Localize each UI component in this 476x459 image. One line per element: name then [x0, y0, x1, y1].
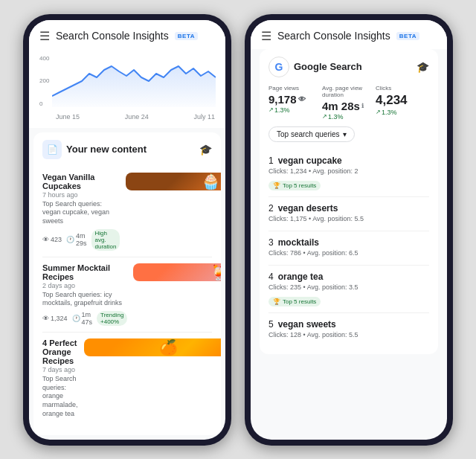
- right-screen: ☰ Search Console Insights BETA G Google …: [251, 20, 447, 440]
- left-header: ☰ Search Console Insights BETA: [29, 20, 225, 49]
- right-grad-cap-icon[interactable]: 🎓: [416, 61, 429, 73]
- query-stats-3: Clicks: 786 • Avg. position: 6.5: [268, 249, 429, 257]
- card-text-1: Vegan Vanilla Cupcakes 7 hours ago Top S…: [42, 173, 120, 251]
- content-card-3[interactable]: 4 Perfect Orange Recipes 7 days ago Top …: [42, 333, 212, 427]
- card-queries-1: Top Search queries: vegan cupcake, vegan…: [42, 200, 120, 226]
- card-title-3: 4 Perfect Orange Recipes: [42, 338, 78, 365]
- dropdown-label: Top search queries: [277, 130, 340, 138]
- query-stats-4: Clicks: 235 • Avg. position: 3.5: [268, 283, 429, 291]
- clicks-value: 4,234: [376, 93, 429, 108]
- duration-info-icon: ℹ: [361, 103, 364, 109]
- query-rank-3: 3: [268, 237, 274, 248]
- query-item-4[interactable]: 4 orange tea Clicks: 235 • Avg. position…: [268, 266, 429, 313]
- chart-y-200: 200: [39, 77, 49, 84]
- clicks-up-arrow: ↗: [376, 109, 381, 115]
- card-queries-2: Top Search queries: icy mocktails, grape…: [42, 291, 127, 308]
- clock-icon-1: 🕐: [66, 236, 74, 243]
- page-views-value: 9,178 👁: [268, 93, 322, 106]
- top-queries-dropdown[interactable]: Top search queries ▾: [268, 126, 355, 142]
- clock-icon-2: 🕐: [72, 315, 80, 322]
- query-stats-2: Clicks: 1,175 • Avg. position: 5.5: [268, 215, 429, 222]
- card-title-1: Vegan Vanilla Cupcakes: [42, 173, 120, 190]
- right-beta-badge: BETA: [396, 32, 419, 40]
- google-section: G Google Search 🎓 Page views 9,178 👁: [260, 49, 438, 354]
- google-logo-area: G Google Search: [268, 57, 362, 77]
- card-stats-2: 👁 1,324 🕐 1m 47s Trending +400%: [42, 311, 127, 326]
- grad-cap-icon[interactable]: 🎓: [199, 144, 212, 155]
- section-header-left: 📄 Your new content: [42, 140, 147, 159]
- page-views-metric: Page views 9,178 👁 ↗ 1.3%: [268, 85, 322, 121]
- chevron-down-icon: ▾: [343, 130, 347, 138]
- card-text-2: Summer Mocktail Recipes 2 days ago Top S…: [42, 263, 127, 326]
- google-search-title: Google Search: [294, 61, 362, 72]
- card-stats-1: 👁 423 🕐 4m 29s High avg. duration: [42, 229, 120, 251]
- duration-up-arrow: ↗: [322, 113, 327, 120]
- card-queries-3: Top Search queries: orange marmalade, or…: [42, 375, 78, 418]
- content-card-1[interactable]: Vegan Vanilla Cupcakes 7 hours ago Top S…: [42, 167, 212, 257]
- page-views-change: ↗ 1.3%: [268, 106, 322, 114]
- chart-x-axis: June 15 June 24 July 11: [39, 113, 215, 121]
- clicks-metric: Clicks 4,234 ↗ 1.3%: [376, 85, 429, 121]
- query-stats-5: Clicks: 128 • Avg. position: 5.5: [268, 331, 429, 338]
- chart-x-july11: July 11: [193, 113, 215, 121]
- google-g-logo: G: [268, 57, 289, 77]
- card-text-3: 4 Perfect Orange Recipes 7 days ago Top …: [42, 338, 78, 421]
- query-item-1[interactable]: 1 vegan cupcake Clicks: 1,234 • Avg. pos…: [268, 150, 429, 197]
- query-rank-4: 4: [268, 272, 274, 282]
- query-rank-1: 1: [268, 155, 274, 166]
- new-content-title: Your new content: [66, 144, 147, 155]
- query-stats-1: Clicks: 1,234 • Avg. position: 2: [268, 167, 429, 175]
- query-name-2: vegan deserts: [278, 203, 338, 214]
- views-stat-2: 👁 1,324: [42, 315, 68, 322]
- query-item-3[interactable]: 3 mocktails Clicks: 786 • Avg. position:…: [268, 231, 429, 266]
- top5-badge-4: 🏆 Top 5 results: [268, 297, 321, 306]
- trending-badge: Trending +400%: [97, 311, 127, 326]
- chart-section: 400 200 0: [29, 49, 225, 128]
- query-name-4: orange tea: [278, 272, 324, 282]
- right-content: G Google Search 🎓 Page views 9,178 👁: [251, 49, 447, 440]
- query-item-2[interactable]: 2 vegan deserts Clicks: 1,175 • Avg. pos…: [268, 197, 429, 231]
- chart-x-june24: June 24: [125, 113, 149, 121]
- trophy-icon-1: 🏆: [273, 182, 280, 189]
- views-up-arrow: ↗: [268, 106, 274, 113]
- card-time-3: 7 days ago: [42, 366, 78, 373]
- left-screen: ☰ Search Console Insights BETA 400 200 0: [29, 20, 225, 440]
- content-card-2[interactable]: Summer Mocktail Recipes 2 days ago Top S…: [42, 257, 212, 333]
- avg-duration-metric: Avg. page view duration 4m 28s ℹ ↗ 1.3%: [322, 85, 376, 121]
- chart-x-june15: June 15: [56, 113, 80, 121]
- new-content-icon: 📄: [42, 140, 62, 159]
- right-app-title: Search Console Insights: [277, 30, 390, 42]
- duration-stat-1: 🕐 4m 29s: [66, 232, 87, 247]
- chart-y-axis: 400 200 0: [39, 55, 49, 107]
- clicks-change: ↗ 1.3%: [376, 109, 429, 116]
- chart-y-0: 0: [39, 100, 49, 107]
- eye-icon-2: 👁: [42, 315, 49, 322]
- duration-stat-2: 🕐 1m 47s: [72, 311, 93, 326]
- query-item-5[interactable]: 5 vegan sweets Clicks: 128 • Avg. positi…: [268, 313, 429, 347]
- left-app-title: Search Console Insights: [56, 30, 169, 42]
- query-rank-2: 2: [268, 203, 274, 214]
- query-name-5: vegan sweets: [278, 319, 336, 330]
- chart-svg-area: [52, 55, 216, 110]
- menu-icon[interactable]: ☰: [39, 29, 50, 43]
- left-phone: ☰ Search Console Insights BETA 400 200 0: [23, 14, 231, 446]
- avg-duration-value: 4m 28s ℹ: [322, 100, 376, 112]
- right-menu-icon[interactable]: ☰: [261, 29, 271, 43]
- page-views-label: Page views: [268, 85, 322, 92]
- queries-list: 1 vegan cupcake Clicks: 1,234 • Avg. pos…: [268, 150, 429, 347]
- card-thumb-1: 🧁: [126, 173, 221, 190]
- high-duration-badge: High avg. duration: [91, 229, 120, 251]
- eye-icon-1: 👁: [42, 236, 49, 243]
- query-rank-5: 5: [268, 319, 274, 330]
- views-eye-icon: 👁: [298, 95, 306, 103]
- card-time-1: 7 hours ago: [42, 191, 120, 199]
- avg-duration-label: Avg. page view duration: [322, 85, 376, 98]
- right-phone: ☰ Search Console Insights BETA G Google …: [245, 14, 453, 446]
- query-name-3: mocktails: [278, 237, 319, 248]
- card-time-2: 2 days ago: [42, 282, 127, 289]
- card-title-2: Summer Mocktail Recipes: [42, 263, 127, 281]
- right-header: ☰ Search Console Insights BETA: [251, 20, 447, 49]
- left-beta-badge: BETA: [175, 32, 198, 40]
- card-thumb-2: 🍹: [133, 263, 221, 281]
- chart-y-400: 400: [39, 55, 49, 62]
